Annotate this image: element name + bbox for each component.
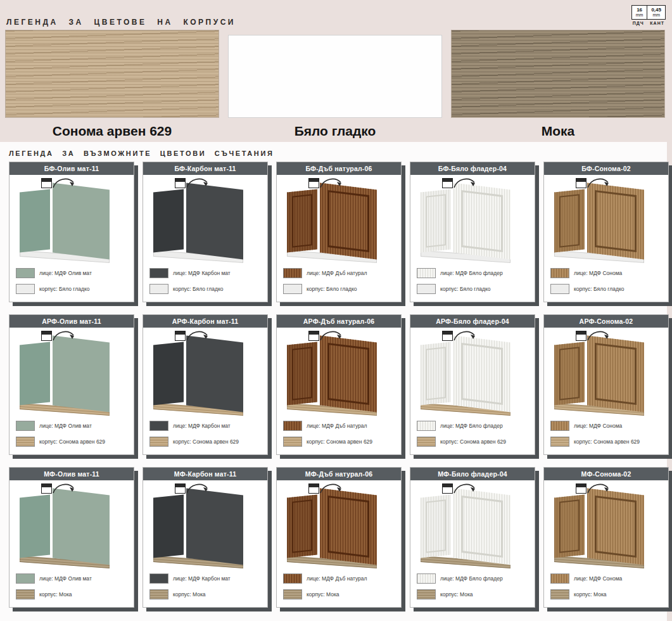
mini-cabinet-icon — [308, 483, 319, 494]
swing-arrow-icon — [586, 328, 611, 343]
mini-cabinet-icon — [576, 178, 586, 188]
swing-arrow-icon — [185, 480, 210, 496]
face-label: лице: МДФ Карбон мат — [173, 270, 231, 276]
door-illustration — [410, 175, 535, 265]
body-swatch — [149, 589, 168, 599]
face-label: лице: МДФ Олив мат — [39, 423, 92, 429]
face-label: лице: МДФ Дъб натурал — [307, 270, 367, 276]
door-illustration — [277, 328, 401, 418]
body-label: корпус: Сонома арвен 629 — [39, 439, 105, 445]
door-panel-back — [153, 494, 184, 558]
body-swatch — [149, 284, 168, 294]
face-row: лице: МДФ Карбон мат — [149, 268, 267, 278]
combo-card-title: АРФ-Карбон мат-11 — [172, 317, 238, 325]
face-row: лице: МДФ Сонома — [550, 268, 668, 278]
body-row: корпус: Сонома арвен 629 — [16, 437, 134, 447]
face-swatch — [550, 421, 569, 431]
door-illustration — [410, 480, 535, 570]
body-row: корпус: Сонома арвен 629 — [283, 437, 401, 447]
face-row: лице: МДФ Сонома — [550, 573, 668, 584]
body-label: корпус: Мока — [39, 591, 72, 598]
combo-card-title: МФ-Карбон мат-11 — [174, 470, 237, 478]
door-illustration — [277, 175, 401, 265]
face-row: лице: МДФ Дъб натурал — [283, 573, 401, 584]
combo-row: БФ-Олив мат-11 лице: МДФ Олив мат корпус… — [9, 162, 669, 302]
door-panel-back — [554, 189, 585, 252]
kant-thickness-cell: 0,45 mm — [647, 6, 665, 19]
door-panel-front — [320, 488, 377, 565]
mini-cabinet-icon — [308, 331, 319, 341]
door-panel-back — [20, 342, 50, 405]
door-illustration — [143, 480, 267, 570]
pdc-thickness-cell: 16 mm — [632, 6, 647, 19]
combo-card: МФ-Бяло фладер-04 лице: МДФ Бяло фладер … — [410, 467, 535, 608]
swing-arrow-icon — [51, 328, 77, 343]
combo-card-title: БФ-Олив мат-11 — [44, 165, 99, 172]
swatch-white-smooth: Бяло гладко — [228, 30, 442, 139]
swing-arrow-icon — [452, 328, 478, 343]
swatch-mocha: Мока — [451, 30, 665, 139]
door-panel-back — [287, 189, 317, 252]
body-colors-legend-title: ЛЕГЕНДА ЗА ЦВЕТОВЕ НА КОРПУСИ — [6, 18, 236, 27]
door-panel-back — [20, 494, 50, 558]
mini-cabinet-icon — [41, 331, 52, 341]
body-swatch — [417, 589, 436, 599]
face-row: лице: МДФ Карбон мат — [149, 421, 267, 431]
door-illustration — [143, 328, 267, 418]
face-swatch — [16, 421, 35, 431]
face-row: лице: МДФ Олив мат — [16, 421, 134, 431]
swatch-white-smooth-sample — [228, 35, 442, 118]
kant-thickness-value: 0,45 — [651, 7, 661, 13]
face-swatch — [149, 573, 168, 584]
door-panel-front — [320, 182, 377, 259]
door-illustration — [277, 480, 401, 570]
combos-legend-title: ЛЕГЕНДА ЗА ВЪЗМОЖНИТЕ ЦВЕТОВИ СЪЧЕТАНИЯ — [9, 150, 274, 157]
door-panel-back — [421, 494, 451, 558]
door-panel-front — [587, 182, 644, 259]
swatch-white-smooth-label: Бяло гладко — [228, 124, 442, 139]
door-panel-front — [53, 488, 110, 565]
face-swatch — [283, 573, 302, 584]
face-swatch — [16, 573, 35, 584]
door-panel-front — [53, 182, 110, 259]
swatch-mocha-label: Мока — [451, 124, 665, 139]
swing-arrow-icon — [51, 175, 77, 190]
face-label: лице: МДФ Олив мат — [39, 575, 92, 582]
face-swatch — [550, 268, 569, 278]
combo-grid: БФ-Олив мат-11 лице: МДФ Олив мат корпус… — [9, 162, 669, 620]
swatch-sonoma-arven-629-sample — [5, 30, 219, 118]
face-row: лице: МДФ Дъб натурал — [283, 268, 401, 278]
combo-card-title: МФ-Олив мат-11 — [44, 470, 99, 478]
door-illustration — [410, 328, 535, 418]
face-swatch — [16, 268, 35, 278]
face-label: лице: МДФ Сонома — [574, 575, 622, 582]
swing-arrow-icon — [586, 480, 611, 496]
pdc-label: ПДЧ — [633, 21, 644, 25]
face-swatch — [283, 421, 302, 431]
body-row: корпус: Мока — [550, 589, 668, 599]
swing-arrow-icon — [185, 175, 210, 190]
body-swatch — [417, 437, 436, 447]
swing-arrow-icon — [319, 328, 344, 343]
combo-card-title: БФ-Дъб натурал-06 — [305, 165, 372, 172]
body-label: корпус: Мока — [307, 591, 339, 598]
swatch-sonoma-arven-629-label: Сонома арвен 629 — [5, 124, 219, 139]
mini-cabinet-icon — [41, 483, 52, 494]
body-label: корпус: Бяло гладко — [307, 286, 357, 292]
kant-label: КАНТ — [650, 21, 664, 25]
door-panel-front — [587, 335, 644, 412]
combo-card: АРФ-Дъб натурал-06 лице: МДФ Дъб натурал… — [276, 314, 402, 455]
face-swatch — [550, 573, 569, 584]
body-row: корпус: Бяло гладко — [149, 284, 267, 294]
combo-card-title: МФ-Дъб натурал-06 — [305, 470, 373, 478]
body-swatch — [550, 589, 569, 599]
face-label: лице: МДФ Бяло фладер — [440, 423, 503, 429]
body-label: корпус: Мока — [440, 591, 473, 598]
body-swatch — [550, 437, 569, 447]
face-label: лице: МДФ Дъб натурал — [307, 423, 367, 429]
door-panel-front — [186, 182, 243, 259]
combo-card: БФ-Карбон мат-11 лице: МДФ Карбон мат ко… — [143, 162, 268, 302]
body-row: корпус: Бяло гладко — [283, 284, 401, 294]
swatch-mocha-sample — [451, 30, 665, 118]
body-label: корпус: Бяло гладко — [39, 286, 89, 292]
